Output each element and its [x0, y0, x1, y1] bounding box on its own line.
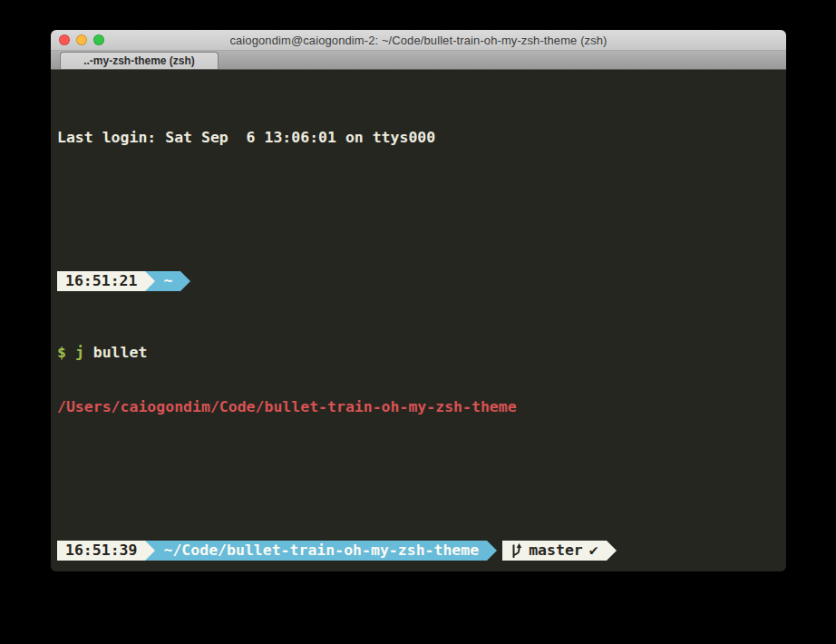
terminal-content[interactable]: Last login: Sat Sep 6 13:06:01 on ttys00…: [51, 70, 786, 571]
powerline-arrow-icon: [180, 271, 190, 291]
command-arg: bullet: [84, 344, 148, 361]
close-button[interactable]: [59, 34, 70, 45]
prompt-path-segment: ~/Code/bullet-train-oh-my-zsh-theme: [155, 541, 487, 561]
powerline-arrow-icon: [145, 541, 155, 561]
prompt-time-segment: 16:51:39: [57, 541, 145, 561]
command-text: j: [75, 344, 84, 361]
tab-label: ..-my-zsh-theme (zsh): [83, 54, 195, 67]
tab-bar: ..-my-zsh-theme (zsh): [51, 51, 786, 70]
prompt-git-segment: master ✔: [502, 541, 607, 561]
command-output-1: /Users/caiogondim/Code/bullet-train-oh-m…: [57, 397, 786, 417]
powerline-arrow-icon: [487, 541, 497, 561]
prompt-time-segment: 16:51:21: [57, 271, 145, 291]
git-branch-name: master: [529, 541, 583, 561]
minimize-button[interactable]: [76, 34, 87, 45]
command-line-1: $ j bullet: [57, 343, 786, 363]
zoom-button[interactable]: [93, 34, 104, 45]
prompt-path-segment: ~: [155, 271, 180, 291]
tab-active[interactable]: ..-my-zsh-theme (zsh): [60, 52, 219, 69]
title-bar[interactable]: caiogondim@caiogondim-2: ~/Code/bullet-t…: [51, 30, 786, 51]
prompt-line-2: 16:51:39 ~/Code/bullet-train-oh-my-zsh-t…: [57, 541, 786, 561]
blank-line: [57, 452, 786, 472]
git-clean-check-icon: ✔: [589, 541, 598, 561]
git-branch-icon: [510, 543, 522, 559]
prompt-line-1: 16:51:21 ~: [57, 271, 786, 291]
terminal-window: caiogondim@caiogondim-2: ~/Code/bullet-t…: [51, 30, 786, 571]
traffic-lights: [59, 30, 104, 50]
window-title: caiogondim@caiogondim-2: ~/Code/bullet-t…: [229, 34, 607, 47]
powerline-arrow-icon: [145, 271, 155, 291]
blank-line: [57, 182, 786, 202]
last-login-line: Last login: Sat Sep 6 13:06:01 on ttys00…: [57, 128, 786, 148]
powerline-arrow-icon: [607, 541, 617, 561]
